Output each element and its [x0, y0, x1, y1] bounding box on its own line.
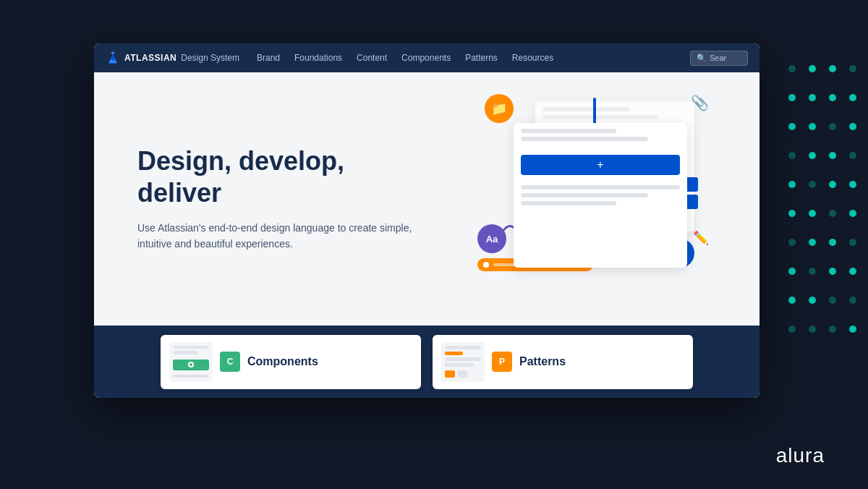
components-preview: [169, 342, 213, 382]
navbar: ATLASSIAN Design System Brand Foundation…: [94, 43, 760, 72]
nav-foundations[interactable]: Foundations: [294, 53, 342, 63]
patterns-icon: P: [492, 352, 512, 372]
hero-title: Design, develop, deliver: [137, 145, 412, 208]
patterns-card[interactable]: P Patterns: [433, 335, 693, 389]
hero-content: Design, develop, deliver Use Atlassian's…: [137, 145, 412, 252]
site-logo[interactable]: ATLASSIAN Design System: [106, 51, 239, 65]
search-box[interactable]: 🔍 Sear: [690, 51, 748, 66]
pencil-icon: ✏️: [693, 230, 709, 246]
search-placeholder: Sear: [710, 54, 726, 62]
components-label: Components: [247, 355, 318, 368]
patterns-label: Patterns: [519, 355, 566, 368]
hero-section: Design, develop, deliver Use Atlassian's…: [94, 72, 760, 326]
hero-subtitle: Use Atlassian's end-to-end design langua…: [137, 220, 412, 252]
progress-dot: [483, 262, 489, 268]
clip-icon: 📎: [691, 94, 709, 111]
nav-components[interactable]: Components: [401, 53, 451, 63]
patterns-preview: [441, 342, 485, 382]
atlassian-brand-text: ATLASSIAN: [124, 53, 176, 63]
components-icon: C: [220, 352, 240, 372]
nav-links: Brand Foundations Content Components Pat…: [257, 53, 673, 63]
nav-brand[interactable]: Brand: [257, 53, 280, 63]
mockup-card-main: +: [514, 123, 687, 268]
nav-patterns[interactable]: Patterns: [465, 53, 498, 63]
svg-point-0: [111, 51, 114, 54]
mock-add-button: +: [521, 155, 680, 175]
nav-content[interactable]: Content: [357, 53, 387, 63]
browser-window: ATLASSIAN Design System Brand Foundation…: [94, 43, 760, 398]
nav-resources[interactable]: Resources: [512, 53, 553, 63]
alura-branding: alura: [776, 444, 825, 467]
search-icon: 🔍: [697, 54, 707, 63]
atlassian-icon: [106, 51, 120, 65]
dot-pattern: [781, 58, 868, 347]
components-card[interactable]: C Components: [161, 335, 421, 389]
hero-illustration: + 📁 Aa A 📎 ✏️ ✓: [463, 87, 738, 311]
bottom-section: C Components P Patterns: [94, 326, 760, 398]
design-system-text: Design System: [181, 53, 239, 63]
folder-icon: 📁: [485, 94, 514, 123]
